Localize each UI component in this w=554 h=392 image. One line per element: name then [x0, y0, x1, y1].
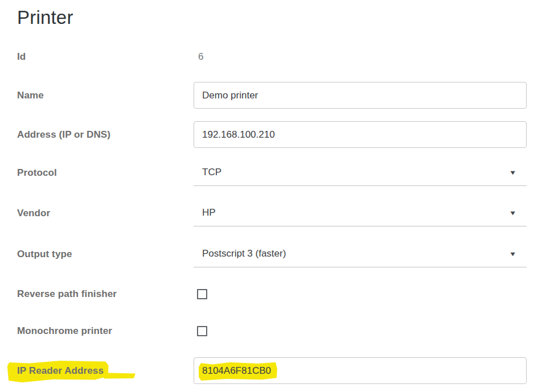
name-label: Name — [17, 90, 194, 101]
reverse-path-finisher-label: Reverse path finisher — [17, 288, 194, 300]
id-value: 6 — [194, 51, 203, 62]
ip-reader-address-input[interactable]: 8104A6F81CB0 — [194, 357, 527, 384]
protocol-label: Protocol — [17, 167, 194, 179]
reverse-path-finisher-checkbox[interactable] — [197, 289, 207, 299]
form-row-protocol: Protocol TCP ▼ — [17, 159, 554, 186]
ip-reader-address-value-highlight: 8104A6F81CB0 — [202, 365, 271, 377]
output-type-select-value: Postscript 3 (faster) — [202, 248, 286, 259]
printer-form-page: Printer Id 6 Name Address (IP or DNS) Pr… — [0, 0, 554, 384]
id-label: Id — [17, 51, 194, 63]
form-row-output-type: Output type Postscript 3 (faster) ▼ — [17, 241, 554, 267]
form-row-ip-reader-address: IP Reader Address 8104A6F81CB0 — [17, 357, 554, 384]
monochrome-printer-label: Monochrome printer — [17, 325, 194, 337]
form-row-vendor: Vendor HP ▼ — [17, 200, 554, 226]
monochrome-printer-checkbox[interactable] — [197, 326, 207, 336]
vendor-select-value: HP — [202, 207, 216, 218]
form-row-monochrome-printer: Monochrome printer — [17, 325, 554, 337]
protocol-select-value: TCP — [202, 167, 221, 178]
name-input[interactable] — [194, 82, 527, 109]
dropdown-arrow-icon: ▼ — [509, 210, 517, 216]
ip-reader-address-label: IP Reader Address — [17, 365, 194, 377]
address-label: Address (IP or DNS) — [17, 129, 194, 141]
ip-reader-address-label-highlight: IP Reader Address — [17, 365, 104, 377]
vendor-select[interactable]: HP ▼ — [194, 200, 527, 226]
dropdown-arrow-icon: ▼ — [509, 251, 517, 257]
protocol-select[interactable]: TCP ▼ — [194, 159, 527, 186]
form-row-address: Address (IP or DNS) — [17, 121, 554, 148]
form-row-reverse-path-finisher: Reverse path finisher — [17, 288, 554, 300]
output-type-select[interactable]: Postscript 3 (faster) ▼ — [194, 241, 527, 267]
dropdown-arrow-icon: ▼ — [509, 170, 517, 176]
vendor-label: Vendor — [17, 208, 194, 219]
form-row-id: Id 6 — [17, 51, 554, 63]
page-title: Printer — [17, 6, 554, 30]
output-type-label: Output type — [17, 249, 194, 260]
address-input[interactable] — [194, 121, 527, 148]
form-row-name: Name — [17, 82, 554, 109]
